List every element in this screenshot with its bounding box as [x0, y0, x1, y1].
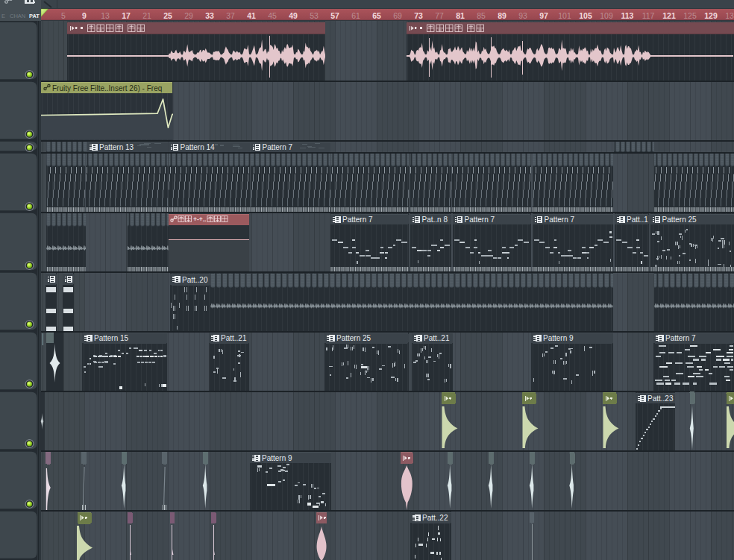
- svg-text:49: 49: [289, 11, 298, 20]
- svg-text:Patt..22: Patt..22: [422, 514, 448, 522]
- svg-text:5: 5: [61, 11, 66, 20]
- svg-text:53: 53: [310, 11, 319, 20]
- svg-text:33: 33: [205, 11, 214, 20]
- svg-text:Fruity Free Filte..Insert 26): Fruity Free Filte..Insert 26) - Freq: [52, 84, 162, 92]
- svg-text:129: 129: [704, 11, 718, 20]
- svg-text:+-+..: +-+..: [193, 215, 206, 223]
- svg-text:Patt..21: Patt..21: [424, 334, 450, 342]
- svg-text:117: 117: [642, 11, 655, 20]
- svg-text:Pattern 7: Pattern 7: [665, 334, 696, 342]
- svg-text:37: 37: [226, 11, 235, 20]
- svg-text:Pattern 7: Pattern 7: [263, 143, 293, 151]
- svg-text:PAT: PAT: [29, 13, 40, 19]
- svg-text:Pat..n 8: Pat..n 8: [422, 215, 448, 224]
- svg-text:113: 113: [621, 11, 634, 20]
- svg-text:Pattern 14: Pattern 14: [181, 143, 216, 151]
- svg-text:69: 69: [393, 11, 402, 20]
- svg-text:E: E: [1, 13, 5, 19]
- svg-text:77: 77: [435, 11, 444, 20]
- svg-text:85: 85: [477, 11, 486, 20]
- svg-text:29: 29: [184, 11, 193, 20]
- svg-text:Pattern 7: Pattern 7: [342, 215, 373, 224]
- svg-text:Patt..23: Patt..23: [647, 394, 674, 403]
- svg-text:109: 109: [600, 11, 613, 20]
- svg-text:CHAN: CHAN: [10, 13, 25, 19]
- svg-text:21: 21: [142, 11, 151, 20]
- svg-text:133: 133: [725, 11, 734, 20]
- svg-text:105: 105: [579, 11, 592, 20]
- svg-text:73: 73: [414, 11, 423, 20]
- svg-text:Patt..21: Patt..21: [221, 334, 247, 342]
- svg-text:61: 61: [351, 11, 360, 20]
- svg-text:Pattern 7: Pattern 7: [465, 215, 495, 224]
- svg-text:Pattern 7: Pattern 7: [545, 215, 575, 224]
- svg-text:81: 81: [456, 11, 465, 20]
- svg-text:93: 93: [518, 11, 527, 20]
- svg-text:17: 17: [122, 11, 131, 20]
- svg-text:25: 25: [163, 11, 172, 20]
- svg-text:89: 89: [498, 11, 506, 20]
- svg-text:101: 101: [558, 11, 571, 20]
- svg-text:65: 65: [372, 11, 381, 20]
- svg-text:121: 121: [662, 11, 676, 20]
- svg-text:Pattern 9: Pattern 9: [543, 334, 574, 342]
- svg-text:13: 13: [101, 11, 110, 20]
- svg-text:Patt..20: Patt..20: [182, 276, 208, 284]
- svg-text:9: 9: [82, 11, 87, 20]
- svg-text:45: 45: [268, 11, 277, 20]
- svg-text:97: 97: [539, 11, 548, 20]
- svg-text:57: 57: [330, 11, 339, 20]
- svg-text:Pattern 25: Pattern 25: [336, 334, 371, 342]
- svg-text:41: 41: [247, 11, 256, 20]
- svg-text:125: 125: [683, 11, 697, 20]
- svg-text:Pattern 25: Pattern 25: [662, 215, 697, 224]
- svg-text:Patt..1: Patt..1: [627, 215, 648, 224]
- svg-text:Pattern 15: Pattern 15: [94, 334, 129, 342]
- svg-text:Pattern 9: Pattern 9: [262, 454, 292, 462]
- svg-text:Pattern 13: Pattern 13: [99, 143, 134, 151]
